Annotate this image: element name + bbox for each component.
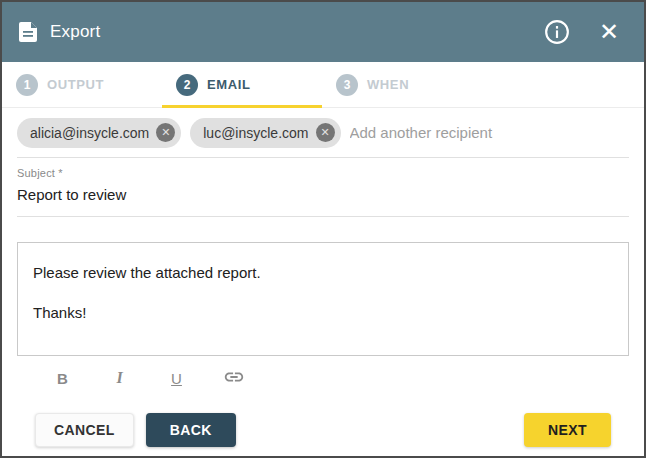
- format-toolbar: B I U: [17, 356, 629, 400]
- step-3-circle: 3: [336, 74, 358, 96]
- message-body-line: Thanks!: [33, 304, 613, 321]
- subject-input[interactable]: [17, 186, 629, 203]
- step-1-circle: 1: [16, 74, 38, 96]
- tab-output-label: OUTPUT: [47, 77, 104, 92]
- italic-icon: I: [116, 369, 122, 387]
- bold-icon: B: [57, 370, 68, 387]
- close-icon[interactable]: ✕: [594, 17, 624, 47]
- next-button[interactable]: NEXT: [524, 413, 611, 447]
- back-button[interactable]: BACK: [146, 413, 236, 447]
- tab-email[interactable]: 2 EMAIL: [162, 62, 322, 107]
- recipients-field[interactable]: alicia@insycle.com ✕ luc@insycle.com ✕: [17, 108, 629, 158]
- message-body-line: Please review the attached report.: [33, 264, 613, 281]
- cancel-button[interactable]: CANCEL: [35, 413, 134, 447]
- tab-email-label: EMAIL: [207, 77, 250, 92]
- dialog-footer: CANCEL BACK NEXT: [17, 400, 629, 447]
- subject-field: Subject *: [17, 158, 629, 217]
- add-recipient-input[interactable]: [350, 124, 630, 141]
- tab-output[interactable]: 1 OUTPUT: [2, 62, 162, 107]
- bold-button[interactable]: B: [34, 363, 91, 393]
- recipient-chip: luc@insycle.com ✕: [190, 118, 340, 148]
- recipient-chip-label: alicia@insycle.com: [30, 125, 149, 141]
- recipient-chip-label: luc@insycle.com: [203, 125, 308, 141]
- email-step-content: alicia@insycle.com ✕ luc@insycle.com ✕ S…: [2, 108, 644, 447]
- underline-button[interactable]: U: [148, 363, 205, 393]
- tab-when[interactable]: 3 WHEN: [322, 62, 482, 107]
- dialog-header: Export ✕: [2, 2, 644, 62]
- tab-when-label: WHEN: [367, 77, 409, 92]
- underline-icon: U: [171, 370, 182, 387]
- info-icon[interactable]: [542, 17, 572, 47]
- recipient-chip: alicia@insycle.com ✕: [17, 118, 181, 148]
- step-2-circle: 2: [176, 74, 198, 96]
- subject-label: Subject *: [17, 167, 629, 179]
- message-body-editor[interactable]: Please review the attached report. Thank…: [17, 242, 629, 356]
- remove-recipient-icon[interactable]: ✕: [156, 123, 175, 142]
- link-icon: [223, 366, 245, 391]
- step-tabbar: 1 OUTPUT 2 EMAIL 3 WHEN: [2, 62, 644, 108]
- italic-button[interactable]: I: [91, 363, 148, 393]
- remove-recipient-icon[interactable]: ✕: [316, 123, 335, 142]
- dialog-title: Export: [50, 22, 100, 42]
- document-icon: [19, 22, 37, 42]
- export-dialog: Export ✕ 1 OUTPUT 2 EMAIL 3 WHEN: [0, 0, 646, 458]
- link-button[interactable]: [205, 363, 262, 393]
